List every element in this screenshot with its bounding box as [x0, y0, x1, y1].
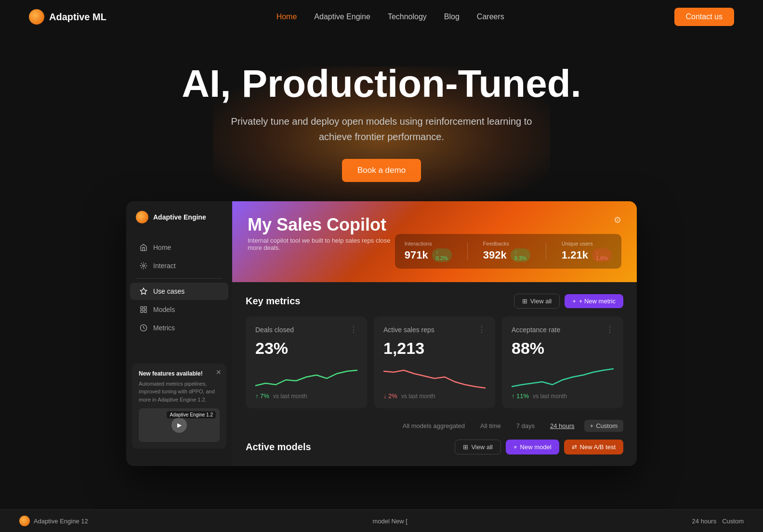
- deals-closed-vs: vs last month: [273, 393, 307, 400]
- header-stats: Interactions 971k ↑ 0.2% Feedbacks 392k: [395, 234, 621, 269]
- sidebar-item-interact[interactable]: Interact: [130, 257, 228, 274]
- stat-unique-users-badge: ↓ 1.6%: [592, 248, 612, 262]
- bottom-bar-left: Adaptive Engine 12: [19, 516, 88, 526]
- new-ab-test-button[interactable]: ⇄ New A/B test: [564, 440, 623, 454]
- active-sales-label: Active sales reps: [383, 326, 434, 334]
- sidebar-logo-text: Adaptive Engine: [153, 213, 206, 221]
- home-icon: [140, 244, 147, 251]
- acceptance-vs: vs last month: [533, 393, 567, 400]
- metric-card-active-sales: Active sales reps ⋮ 1,213 ↓ 2% vs last m…: [374, 316, 495, 408]
- hero-subtitle: Privately tune and deploy open models us…: [223, 114, 540, 144]
- bottom-bar-right-section: 24 hours Custom: [692, 518, 744, 525]
- main-body: Key metrics ⊞ View all + + New metric: [232, 282, 637, 466]
- thumb-label: Adaptive Engine 1.2: [167, 411, 216, 418]
- plus-icon-small: +: [590, 422, 594, 429]
- acceptance-footer: ↑ 11% vs last month: [512, 392, 614, 400]
- settings-icon[interactable]: ⚙: [614, 215, 621, 225]
- active-models-title: Active models: [246, 441, 311, 453]
- stat-unique-users-value: 1.21k: [562, 249, 588, 261]
- main-header-title: My Sales Copilot: [248, 215, 395, 235]
- acceptance-menu[interactable]: ⋮: [606, 325, 614, 334]
- deals-closed-change: ↑ 7%: [255, 392, 269, 400]
- close-icon[interactable]: ✕: [216, 368, 222, 376]
- filter-custom[interactable]: + Custom: [584, 420, 623, 432]
- sidebar-header: Adaptive Engine: [126, 211, 232, 233]
- bottom-bar-custom-label: Custom: [722, 518, 744, 525]
- sidebar-item-home[interactable]: Home: [130, 239, 228, 256]
- svg-rect-3: [144, 307, 146, 309]
- active-models-header: Active models ⊞ View all + New model ⇄ N: [246, 440, 623, 454]
- models-icon: [140, 306, 147, 313]
- play-button[interactable]: ▶: [171, 417, 187, 433]
- stat-feedbacks: Feedbacks 392k ↑ 9.3%: [483, 241, 530, 262]
- stat-divider-2: [546, 243, 546, 260]
- nav-logo-icon: [29, 9, 44, 25]
- key-metrics-title: Key metrics: [246, 296, 300, 307]
- bottom-bar-logo: Adaptive Engine 12: [19, 516, 88, 526]
- sidebar-label-use-cases: Use cases: [153, 287, 184, 295]
- bottom-bar-center: model New [: [373, 518, 408, 525]
- bottom-bar-model-label: model New [: [373, 518, 408, 525]
- filter-24-hours[interactable]: 24 hours: [544, 420, 580, 432]
- acceptance-value: 88%: [512, 339, 614, 358]
- table-icon-2: ⊞: [463, 443, 468, 451]
- filter-all-models-aggregated[interactable]: All models aggregated: [397, 420, 471, 432]
- active-sales-footer: ↓ 2% vs last month: [383, 392, 486, 400]
- metric-card-acceptance: Acceptance rate ⋮ 88% ↑ 11% vs last mont…: [502, 316, 623, 408]
- svg-rect-5: [141, 310, 143, 312]
- use-cases-icon: [140, 287, 147, 295]
- sidebar-divider: [136, 278, 223, 279]
- stat-interactions-label: Interactions: [405, 241, 452, 247]
- stat-feedbacks-label: Feedbacks: [483, 241, 530, 247]
- contact-us-button[interactable]: Contact us: [674, 8, 734, 26]
- sidebar-item-use-cases[interactable]: Use cases: [130, 283, 228, 300]
- ab-icon: ⇄: [572, 443, 577, 451]
- time-filters: All models aggregated All time 7 days 24…: [246, 420, 623, 432]
- nav-link-careers[interactable]: Careers: [477, 13, 504, 21]
- key-metrics-header: Key metrics ⊞ View all + + New metric: [246, 294, 623, 309]
- stat-interactions-badge: ↑ 0.2%: [432, 248, 452, 262]
- interact-icon: [140, 262, 147, 270]
- new-model-button[interactable]: + New model: [506, 440, 559, 454]
- nav-link-adaptive-engine[interactable]: Adaptive Engine: [314, 13, 370, 21]
- main-header-left: My Sales Copilot Internal copilot tool w…: [248, 215, 395, 251]
- sidebar-label-metrics: Metrics: [153, 324, 175, 332]
- plus-icon-model: +: [513, 443, 517, 451]
- new-metric-button[interactable]: + + New metric: [565, 294, 623, 308]
- active-sales-change: ↓ 2%: [383, 392, 397, 400]
- metric-card-deals-header: Deals closed ⋮: [255, 325, 357, 334]
- key-metrics-actions: ⊞ View all + + New metric: [514, 294, 623, 309]
- navbar: Adaptive ML Home Adaptive Engine Technol…: [0, 0, 763, 34]
- view-all-button[interactable]: ⊞ View all: [514, 294, 560, 309]
- book-demo-button[interactable]: Book a demo: [342, 159, 421, 182]
- nav-link-technology[interactable]: Technology: [388, 13, 427, 21]
- active-models-actions: ⊞ View all + New model ⇄ New A/B test: [455, 440, 623, 454]
- nav-logo[interactable]: Adaptive ML: [29, 9, 106, 25]
- deals-closed-label: Deals closed: [255, 326, 294, 334]
- stat-unique-users-row: 1.21k ↓ 1.6%: [562, 248, 612, 262]
- nav-links: Home Adaptive Engine Technology Blog Car…: [276, 13, 504, 21]
- bottom-bar: Adaptive Engine 12 model New [ 24 hours …: [0, 509, 763, 532]
- nav-link-blog[interactable]: Blog: [444, 13, 460, 21]
- nav-logo-text: Adaptive ML: [49, 12, 106, 23]
- stat-feedbacks-value: 392k: [483, 249, 507, 261]
- acceptance-sparkline: [512, 366, 614, 390]
- sidebar-item-metrics[interactable]: Metrics: [130, 319, 228, 337]
- new-features-thumbnail[interactable]: Adaptive Engine 1.2 ▶: [139, 408, 220, 442]
- stat-feedbacks-row: 392k ↑ 9.3%: [483, 248, 530, 262]
- sidebar-logo-icon: [136, 211, 148, 223]
- deals-closed-value: 23%: [255, 339, 357, 358]
- nav-link-home[interactable]: Home: [276, 13, 297, 21]
- hero-title: AI, Production-Tuned.: [10, 63, 753, 105]
- stat-interactions: Interactions 971k ↑ 0.2%: [405, 241, 452, 262]
- filter-7-days[interactable]: 7 days: [511, 420, 540, 432]
- filter-all-time[interactable]: All time: [474, 420, 507, 432]
- sidebar-item-models[interactable]: Models: [130, 301, 228, 318]
- active-sales-value: 1,213: [383, 339, 486, 358]
- hero-section: AI, Production-Tuned. Privately tune and…: [0, 34, 763, 182]
- svg-rect-2: [141, 307, 143, 309]
- svg-point-0: [143, 265, 145, 267]
- active-models-view-all[interactable]: ⊞ View all: [455, 440, 501, 454]
- active-sales-menu[interactable]: ⋮: [478, 325, 486, 334]
- deals-closed-menu[interactable]: ⋮: [350, 325, 357, 334]
